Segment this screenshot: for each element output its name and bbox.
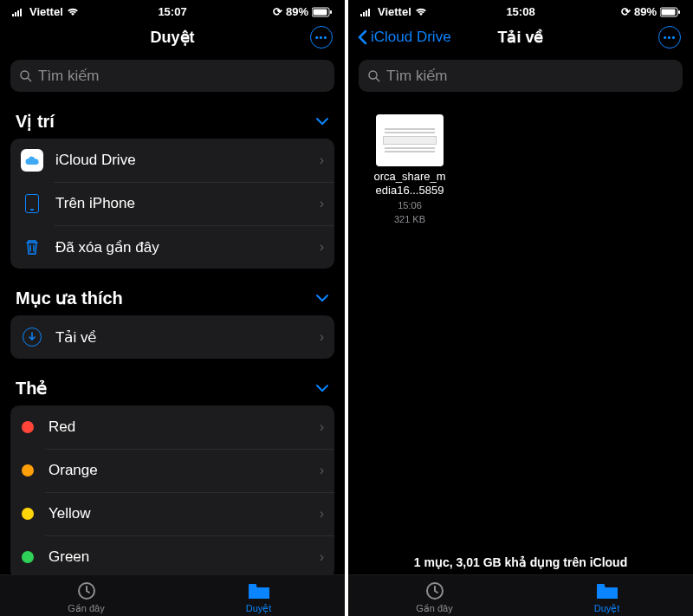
more-button[interactable]: ••• — [658, 26, 681, 49]
tag-dot-icon — [22, 551, 34, 563]
tab-browse[interactable]: Duyệt — [224, 580, 294, 614]
tab-label: Duyệt — [246, 603, 272, 614]
section-header-tags[interactable]: Thẻ — [10, 367, 334, 405]
content-scroll[interactable]: Vị trí iCloud Drive › Trên iPhone › Đã x… — [0, 101, 345, 574]
page-title: Duyệt — [151, 28, 195, 47]
chevron-down-icon — [315, 384, 329, 392]
chevron-right-icon: › — [320, 329, 324, 345]
more-button[interactable]: ••• — [310, 26, 333, 49]
chevron-right-icon: › — [320, 549, 324, 565]
file-name: orca_share_media16...5859 — [371, 170, 449, 197]
nav-bar: Duyệt ••• — [0, 20, 345, 55]
tab-bar: Gần đây Duyệt — [0, 574, 345, 616]
wifi-icon — [415, 8, 427, 16]
svg-rect-16 — [662, 9, 676, 15]
clock: 15:07 — [158, 5, 186, 18]
folder-icon — [595, 580, 619, 601]
clock-icon — [423, 580, 447, 601]
row-recently-deleted[interactable]: Đã xóa gần đây › — [10, 225, 334, 269]
chevron-right-icon: › — [320, 463, 324, 478]
chevron-right-icon: › — [320, 239, 324, 255]
svg-rect-5 — [314, 9, 327, 15]
file-grid: orca_share_media16...5859 15:06 321 KB — [359, 101, 683, 238]
row-label: Green — [49, 548, 306, 566]
screen-browse: Viettel 15:07 ⟳ 89% Duyệt ••• Tìm kiếm V… — [0, 0, 345, 616]
row-label: Tải về — [55, 328, 308, 347]
carrier-label: Viettel — [29, 5, 63, 18]
svg-rect-14 — [368, 9, 370, 16]
svg-rect-13 — [366, 10, 367, 16]
tag-dot-icon — [22, 464, 34, 477]
svg-point-7 — [21, 71, 29, 79]
svg-rect-12 — [363, 12, 365, 16]
icloud-icon — [21, 149, 43, 172]
chevron-down-icon — [315, 294, 329, 302]
locations-group: iCloud Drive › Trên iPhone › Đã xóa gần … — [10, 139, 334, 269]
search-icon — [19, 69, 33, 83]
tab-browse[interactable]: Duyệt — [573, 580, 642, 614]
back-label: iCloud Drive — [371, 29, 451, 46]
svg-line-19 — [376, 78, 379, 81]
tab-recents[interactable]: Gần đây — [52, 580, 121, 614]
signal-icon — [12, 8, 26, 16]
row-label: Trên iPhone — [55, 195, 308, 212]
screen-downloads: Viettel 15:08 ⟳ 89% iCloud Drive Tải về … — [348, 0, 693, 616]
content-scroll[interactable]: orca_share_media16...5859 15:06 321 KB 1… — [348, 101, 693, 574]
tag-dot-icon — [22, 421, 34, 433]
file-item[interactable]: orca_share_media16...5859 15:06 321 KB — [371, 114, 449, 224]
chevron-right-icon: › — [320, 419, 324, 435]
chevron-left-icon — [357, 29, 367, 45]
search-field[interactable]: Tìm kiếm — [359, 60, 683, 92]
trash-icon — [21, 236, 43, 258]
svg-point-18 — [369, 71, 377, 79]
clock: 15:08 — [506, 5, 534, 18]
download-icon — [23, 327, 42, 347]
chevron-right-icon: › — [320, 196, 324, 211]
svg-rect-2 — [17, 10, 19, 16]
section-title: Vị trí — [16, 111, 55, 132]
row-downloads[interactable]: Tải về › — [10, 315, 334, 359]
chevron-right-icon: › — [320, 506, 324, 522]
chevron-right-icon: › — [320, 152, 324, 168]
svg-rect-10 — [249, 584, 256, 587]
search-field[interactable]: Tìm kiếm — [10, 60, 334, 92]
battery-percent: 89% — [634, 5, 657, 18]
svg-line-8 — [28, 78, 31, 81]
page-title: Tải về — [497, 28, 543, 47]
tag-dot-icon — [22, 508, 34, 520]
row-label: Orange — [49, 462, 306, 479]
svg-rect-21 — [597, 584, 605, 587]
battery-icon — [660, 7, 681, 17]
section-header-favorites[interactable]: Mục ưa thích — [10, 277, 334, 315]
row-tag-orange[interactable]: Orange › — [10, 449, 334, 492]
row-label: iCloud Drive — [55, 152, 308, 169]
row-on-iphone[interactable]: Trên iPhone › — [10, 182, 334, 225]
row-tag-yellow[interactable]: Yellow › — [10, 492, 334, 535]
row-label: Yellow — [49, 505, 306, 522]
row-tag-green[interactable]: Green › — [10, 535, 334, 574]
storage-status: 1 mục, 3,01 GB khả dụng trên iCloud — [359, 547, 683, 574]
svg-rect-1 — [15, 12, 16, 16]
row-label: Red — [49, 418, 306, 436]
ellipsis-icon: ••• — [664, 33, 677, 42]
wifi-icon — [67, 8, 79, 16]
section-title: Mục ưa thích — [16, 288, 123, 308]
svg-rect-3 — [20, 9, 22, 16]
search-icon — [367, 69, 381, 83]
ellipsis-icon: ••• — [315, 33, 328, 42]
svg-rect-6 — [330, 10, 332, 14]
back-button[interactable]: iCloud Drive — [357, 29, 451, 46]
svg-rect-17 — [678, 10, 680, 14]
search-placeholder: Tìm kiếm — [38, 67, 99, 85]
svg-rect-0 — [12, 14, 14, 16]
orientation-lock-icon: ⟳ — [273, 5, 282, 18]
row-tag-red[interactable]: Red › — [10, 405, 334, 449]
favorites-group: Tải về › — [10, 315, 334, 359]
tab-label: Gần đây — [68, 603, 104, 614]
clock-icon — [74, 580, 99, 601]
section-header-locations[interactable]: Vị trí — [10, 101, 334, 139]
status-bar: Viettel 15:07 ⟳ 89% — [0, 0, 345, 20]
row-icloud-drive[interactable]: iCloud Drive › — [10, 139, 334, 182]
file-size: 321 KB — [394, 214, 425, 224]
tab-recents[interactable]: Gần đây — [400, 580, 470, 614]
